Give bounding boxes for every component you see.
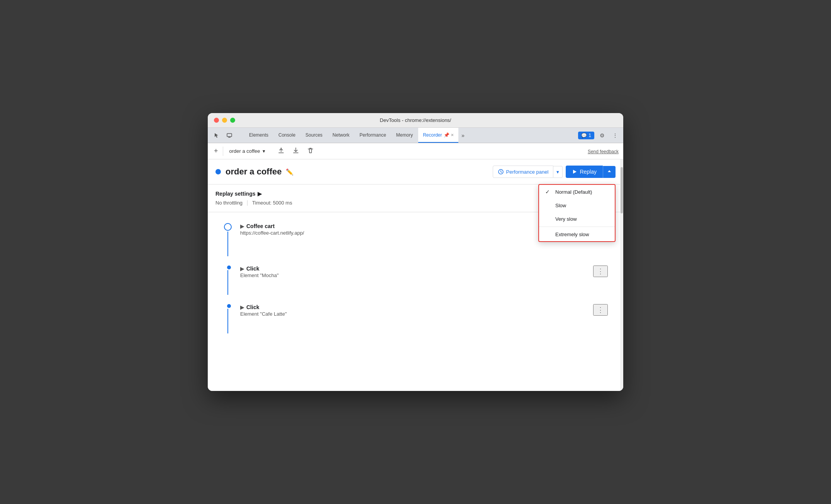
dropdown-separator (539, 227, 615, 227)
replay-button-group: Replay (566, 166, 616, 178)
settings-button[interactable]: ⚙ (597, 131, 607, 140)
checkmark-icon: ✓ (545, 189, 551, 195)
dropdown-item-slow[interactable]: Slow (539, 199, 615, 212)
tab-memory[interactable]: Memory (392, 128, 417, 143)
step-circle-3 (227, 304, 231, 308)
close-recorder-tab[interactable]: × (451, 132, 454, 138)
settings-divider (247, 200, 248, 206)
performance-panel-group: Performance panel ▾ (493, 166, 563, 178)
svg-marker-3 (573, 170, 577, 174)
svg-rect-0 (227, 134, 232, 137)
step-subtitle-3: Element "Cafe Latte" (240, 311, 593, 317)
scrollbar-thumb[interactable] (621, 167, 623, 213)
tab-console[interactable]: Console (274, 128, 300, 143)
send-feedback-link[interactable]: Send feedback (588, 149, 619, 154)
step-circle-2 (227, 266, 231, 269)
chat-button[interactable]: 💬 1 (578, 132, 594, 139)
step-line-1 (227, 232, 228, 256)
new-recording-button[interactable]: + (212, 145, 220, 157)
replay-play-icon (572, 169, 577, 174)
throttling-label: No throttling (215, 200, 243, 206)
title-bar: DevTools - chrome://extensions/ (208, 113, 623, 128)
replay-button[interactable]: Replay (566, 166, 603, 178)
step-timeline-3 (223, 304, 232, 333)
step-item-click-mocha: ▶ Click Element "Mocha" ⋮ (215, 262, 616, 298)
dropdown-item-very-slow[interactable]: Very slow (539, 212, 615, 226)
step-more-button-2[interactable]: ⋮ (593, 266, 608, 277)
dropdown-item-extremely-slow[interactable]: Extremely slow (539, 228, 615, 241)
toolbar-divider (223, 147, 223, 156)
delete-button[interactable] (304, 145, 317, 157)
recording-header: order a coffee ✏️ Performance panel ▾ (208, 159, 623, 184)
tab-elements[interactable]: Elements (244, 128, 273, 143)
step-timeline-1 (223, 223, 232, 256)
recording-title: order a coffee (226, 167, 282, 177)
step-title-3: ▶ Click (240, 304, 593, 310)
timeout-label: Timeout: 5000 ms (252, 200, 292, 206)
step-circle-1 (224, 223, 232, 231)
import-button[interactable] (289, 145, 302, 157)
maximize-button[interactable] (230, 118, 235, 123)
step-line-2 (227, 270, 228, 295)
main-content: order a coffee ✏️ Performance panel ▾ (208, 159, 623, 391)
tab-performance[interactable]: Performance (355, 128, 391, 143)
devtools-window: DevTools - chrome://extensions/ Elements… (208, 113, 623, 391)
tab-sources[interactable]: Sources (301, 128, 327, 143)
performance-panel-icon (498, 169, 504, 175)
svg-marker-4 (608, 170, 611, 172)
step-row-2: ▶ Click Element "Mocha" ⋮ (240, 266, 608, 278)
step-subtitle-2: Element "Mocha" (240, 272, 593, 278)
step-item-click-latte: ▶ Click Element "Cafe Latte" ⋮ (215, 301, 616, 337)
edit-title-icon[interactable]: ✏️ (286, 168, 293, 176)
replay-dropdown-icon (607, 169, 612, 174)
close-button[interactable] (214, 118, 219, 123)
scrollbar-track (620, 159, 623, 391)
tab-recorder[interactable]: Recorder 📌 × (418, 128, 458, 143)
toolbar-action-icons (275, 145, 317, 157)
recorder-toolbar: + order a coffee ▾ Send (208, 143, 623, 159)
traffic-lights (214, 118, 235, 123)
svg-rect-1 (228, 137, 231, 138)
replay-dropdown-button[interactable] (603, 166, 616, 178)
performance-panel-dropdown-button[interactable]: ▾ (553, 166, 563, 178)
performance-panel-button[interactable]: Performance panel (493, 166, 554, 178)
speed-dropdown-menu: ✓ Normal (Default) Slow Very slow Extrem… (538, 184, 616, 242)
toolbar-right: Send feedback (588, 148, 619, 155)
more-options-button[interactable]: ⋮ (610, 131, 620, 140)
more-tabs-button[interactable]: » (459, 128, 467, 143)
step-line-3 (227, 309, 228, 333)
step-row-3: ▶ Click Element "Cafe Latte" ⋮ (240, 304, 608, 317)
header-actions: Performance panel ▾ Replay (493, 166, 616, 178)
dropdown-item-normal[interactable]: ✓ Normal (Default) (539, 185, 615, 199)
device-icon[interactable] (224, 131, 235, 140)
tab-network[interactable]: Network (328, 128, 354, 143)
step-title-2: ▶ Click (240, 266, 593, 272)
minimize-button[interactable] (222, 118, 227, 123)
window-title: DevTools - chrome://extensions/ (380, 117, 451, 123)
step-timeline-2 (223, 266, 232, 295)
step-more-button-3[interactable]: ⋮ (593, 304, 608, 316)
step-info-2: ▶ Click Element "Mocha" (240, 266, 593, 278)
cursor-icon[interactable] (211, 131, 222, 140)
devtools-icons (211, 128, 241, 143)
step-info-3: ▶ Click Element "Cafe Latte" (240, 304, 593, 317)
tab-bar: Elements Console Sources Network Perform… (208, 128, 623, 143)
recording-name-selector[interactable]: order a coffee ▾ (226, 147, 268, 156)
export-button[interactable] (275, 145, 288, 157)
recording-indicator (215, 169, 221, 174)
tab-right-actions: 💬 1 ⚙ ⋮ (578, 128, 620, 143)
